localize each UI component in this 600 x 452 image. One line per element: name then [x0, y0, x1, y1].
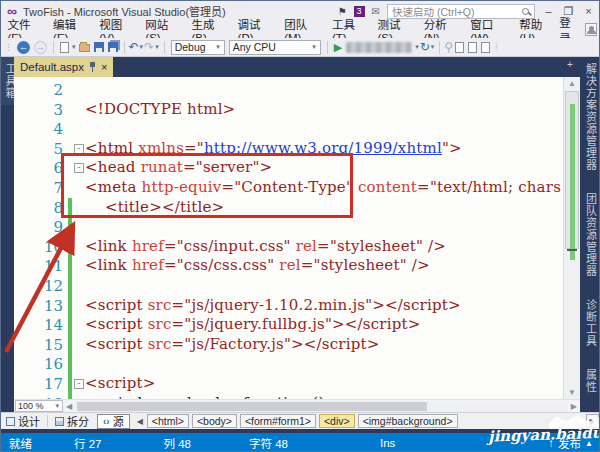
line-number: 6 — [14, 159, 63, 177]
undo-button[interactable]: ↶ — [129, 40, 139, 54]
pin-tab-icon[interactable] — [89, 62, 96, 72]
open-file-button[interactable] — [79, 44, 90, 52]
menu-bar: 文件(F)编辑(E)视图(V)网站(S)生成(B)调试(D)团队(M)工具(T)… — [1, 21, 600, 38]
source-view-icon: ‹› — [103, 416, 110, 427]
right-panel-strip: 解决方案资源管理器团队资源管理器诊断工具属性 — [582, 57, 599, 429]
start-debugging-button[interactable]: ▶ — [334, 41, 342, 54]
view-separator — [47, 415, 48, 427]
split-view-label: 拆分 — [67, 413, 89, 429]
scroll-right-icon[interactable]: ▶ — [568, 402, 580, 411]
scroll-up-icon[interactable]: ▲ — [564, 77, 580, 90]
breadcrumb-back-icon[interactable]: ◀ — [133, 417, 147, 426]
breadcrumb-tag[interactable]: <body> — [192, 414, 237, 428]
line-number: 15 — [14, 336, 63, 354]
scrollbar-change-marks — [570, 104, 575, 260]
document-tab[interactable]: Default.aspx × — [14, 57, 113, 77]
redo-dropdown-icon[interactable]: ▾ — [155, 43, 159, 51]
new-file-button[interactable] — [60, 42, 69, 53]
change-tracking-bar — [68, 237, 72, 257]
refresh-button[interactable]: ↻ — [420, 40, 430, 54]
solution-platform-dropdown[interactable]: Any CPU▾ — [229, 40, 321, 55]
toolbar-separator — [124, 41, 125, 54]
code-text: <script src="js/jquery.fullbg.js"></scri… — [85, 315, 421, 335]
breadcrumb-tag[interactable]: <form#form1> — [240, 414, 316, 428]
source-view-label: 源 — [113, 413, 124, 429]
toolbar-overflow-grip[interactable]: ⁞ — [495, 42, 497, 52]
breadcrumb-tag[interactable]: <img#background> — [358, 414, 458, 428]
annotation-red-rectangle — [61, 153, 353, 218]
line-number: 3 — [14, 101, 63, 119]
scroll-left-icon[interactable]: ◀ — [63, 402, 75, 411]
breadcrumb-tag[interactable]: <div> — [319, 414, 355, 428]
change-tracking-bar — [68, 374, 72, 394]
user-account-icon[interactable] — [585, 23, 597, 36]
panel-tab[interactable]: 解决方案资源管理器 — [582, 57, 600, 177]
editor-bottom-bar: 100 % ▾ ◀ ▶ — [14, 399, 580, 412]
code-lines: 23<!DOCTYPE html>45-<html xmlns="http://… — [14, 80, 563, 399]
code-text: <script> — [85, 374, 155, 394]
change-tracking-bar — [68, 276, 72, 296]
save-all-button[interactable] — [108, 42, 118, 52]
change-tracking-bar — [68, 256, 72, 276]
line-number: 13 — [14, 297, 63, 315]
line-number: 14 — [14, 316, 63, 334]
code-line: 12 — [14, 276, 563, 296]
new-file-dropdown-icon[interactable]: ▾ — [72, 43, 76, 51]
vertical-scrollbar[interactable]: ▲ ▼ — [563, 77, 580, 399]
split-view-button[interactable]: 拆分 — [50, 413, 94, 429]
navigate-forward-button[interactable]: → — [34, 41, 47, 54]
design-view-icon — [6, 417, 15, 426]
toolbar-grip[interactable]: ⋮ — [4, 42, 12, 52]
zoom-dropdown-icon: ▾ — [55, 402, 59, 410]
panel-tab[interactable]: 诊断工具 — [582, 293, 600, 353]
tag-breadcrumb: <html><body><form#form1><div><img#backgr… — [147, 414, 458, 428]
panel-tab[interactable]: 团队资源管理器 — [582, 187, 600, 283]
split-view-icon — [55, 417, 64, 426]
code-line: 13<script src="js/jquery-1.10.2.min.js">… — [14, 296, 563, 316]
navigate-back-button[interactable]: ← — [17, 41, 30, 54]
collapse-box-icon[interactable]: - — [74, 379, 84, 389]
code-line: 16 — [14, 354, 563, 374]
change-tracking-bar — [68, 335, 72, 355]
undo-dropdown-icon[interactable]: ▾ — [140, 43, 144, 51]
code-line: 4 — [14, 119, 563, 139]
horizontal-scrollbar[interactable] — [75, 401, 568, 412]
save-button[interactable] — [94, 42, 104, 52]
line-number: 12 — [14, 277, 63, 295]
line-number: 17 — [14, 375, 63, 393]
status-insert-mode: Ins — [380, 437, 395, 449]
left-panel-strip: 工具箱 — [1, 57, 14, 429]
document-outline-button[interactable] — [455, 42, 464, 53]
design-view-button[interactable]: 设计 — [1, 413, 45, 429]
line-number: 10 — [14, 238, 63, 256]
browser-target-censored[interactable] — [346, 42, 412, 53]
line-number: 2 — [14, 81, 63, 99]
code-line: 11<link href="css/css.css" rel="styleshe… — [14, 256, 563, 276]
editor-splitter-handle[interactable]: + — [561, 59, 579, 73]
line-number: 8 — [14, 199, 63, 217]
breadcrumb-tag[interactable]: <html> — [147, 414, 189, 428]
source-view-button[interactable]: ‹› 源 — [97, 414, 130, 429]
scroll-down-icon[interactable]: ▼ — [564, 386, 580, 399]
attach-debugger-icon[interactable]: ⚲ — [444, 40, 453, 54]
redo-button[interactable]: ↷ — [144, 40, 154, 54]
code-editor[interactable]: 23<!DOCTYPE html>45-<html xmlns="http://… — [14, 77, 580, 399]
line-number: 5 — [14, 140, 63, 158]
change-tracking-bar — [68, 217, 72, 237]
horizontal-scrollbar-thumb[interactable] — [77, 402, 427, 411]
code-line: 3<!DOCTYPE html> — [14, 100, 563, 120]
solution-configuration-dropdown[interactable]: Debug▾ — [171, 40, 225, 55]
close-tab-icon[interactable]: × — [101, 61, 107, 73]
uncomment-button[interactable] — [481, 42, 490, 53]
change-tracking-bar — [68, 315, 72, 335]
browser-target-dropdown-icon[interactable]: ▾ — [415, 43, 419, 51]
comment-out-button[interactable] — [468, 42, 477, 53]
line-number: 4 — [14, 120, 63, 138]
panel-tab[interactable]: 属性 — [582, 363, 600, 399]
refresh-dropdown-icon[interactable]: ▾ — [431, 43, 435, 51]
document-tab-label: Default.aspx — [20, 61, 84, 73]
toolbar-separator — [327, 41, 328, 54]
editor-zoom-dropdown[interactable]: 100 % ▾ — [15, 400, 63, 412]
code-line: 17-<script> — [14, 374, 563, 394]
line-number: 16 — [14, 355, 63, 373]
